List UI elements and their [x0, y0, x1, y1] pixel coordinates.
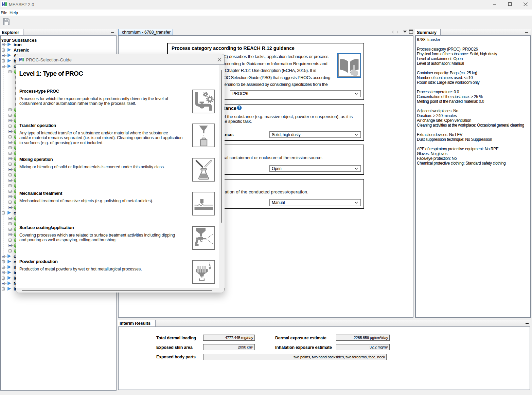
- svg-text:?: ?: [238, 106, 240, 110]
